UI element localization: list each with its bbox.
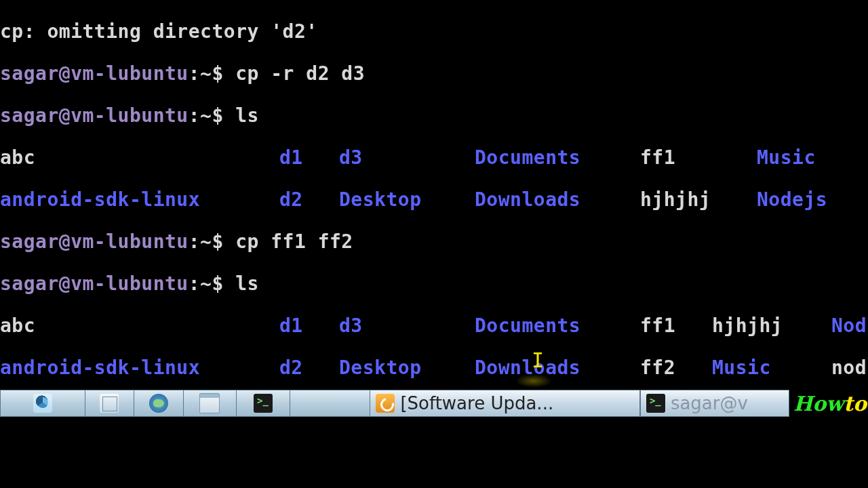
- task-label: sagar@v: [671, 393, 748, 414]
- task-terminal[interactable]: sagar@v: [640, 390, 789, 417]
- terminal-icon: [646, 394, 665, 413]
- launcher-terminal[interactable]: [237, 390, 290, 417]
- ls-row: abcd1d3Documentsff1hjhjhjNod: [0, 315, 868, 336]
- prompt-dollar: $: [212, 62, 235, 85]
- terminal-icon: [254, 394, 273, 413]
- taskbar: [Software Upda... sagar@v How to: [0, 390, 868, 417]
- launcher-window[interactable]: [184, 390, 237, 417]
- ls-row: android-sdk-linuxd2DesktopDownloadsff2Mu…: [0, 357, 868, 378]
- letterbox-bottom: [0, 417, 868, 488]
- prompt-userhost: sagar@vm-lubuntu: [0, 62, 189, 85]
- task-label: [Software Upda...: [400, 393, 553, 414]
- prompt-path: ~: [200, 62, 212, 85]
- output-line: cp: omitting directory 'd2': [0, 20, 318, 43]
- command-text: cp -r d2 d3: [235, 62, 365, 85]
- ls-row: abcd1d3Documentsff1Music: [0, 147, 868, 168]
- software-updater-icon: [376, 394, 395, 413]
- window-icon: [199, 393, 220, 413]
- guide-overlay: How to: [789, 390, 868, 417]
- prompt-sep: :: [189, 62, 200, 85]
- start-menu-button[interactable]: [0, 390, 85, 417]
- task-software-updater[interactable]: [Software Upda...: [370, 390, 640, 417]
- lubuntu-logo-icon: [33, 394, 52, 413]
- globe-icon: [149, 394, 168, 413]
- taskbar-spacer: [290, 390, 370, 417]
- launcher-browser[interactable]: [134, 390, 184, 417]
- ls-row: android-sdk-linuxd2DesktopDownloadshjhjh…: [0, 189, 868, 210]
- file-manager-icon: [100, 394, 119, 413]
- launcher-files[interactable]: [85, 390, 135, 417]
